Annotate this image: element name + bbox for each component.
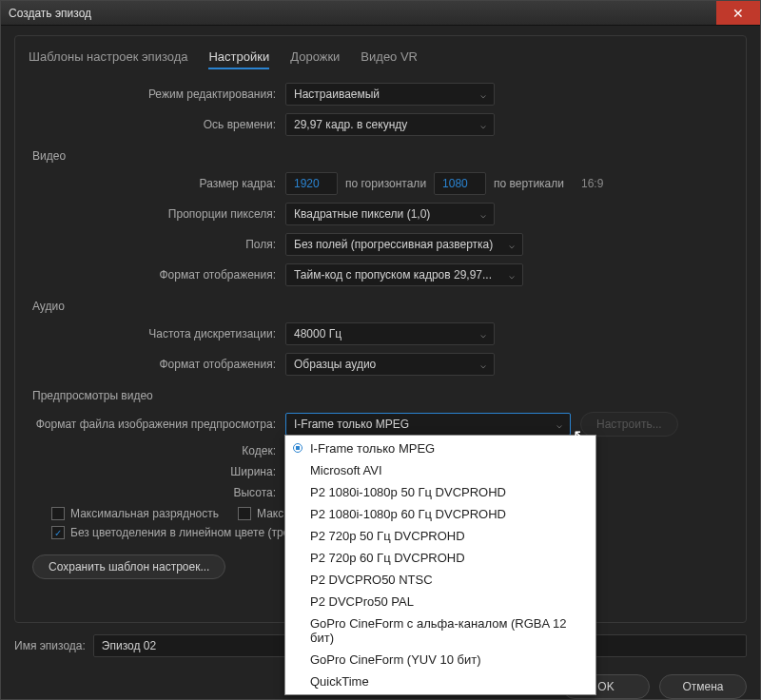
checkbox-max-bit-depth[interactable]: Максимальная разрядность bbox=[51, 507, 219, 520]
row-sample-rate: Частота дискретизации: 48000 Гц ⌵ bbox=[29, 322, 732, 345]
chevron-down-icon: ⌵ bbox=[480, 209, 486, 220]
label-display-format-a: Формат отображения: bbox=[29, 358, 285, 371]
select-display-format-a-value: Образцы аудио bbox=[294, 358, 376, 371]
input-frame-width[interactable] bbox=[285, 172, 338, 195]
tab-templates[interactable]: Шаблоны настроек эпизода bbox=[29, 49, 187, 69]
row-timebase: Ось времени: 29,97 кадр. в секунду ⌵ bbox=[29, 113, 732, 136]
row-fields: Поля: Без полей (прогрессивная развертка… bbox=[29, 233, 732, 256]
chevron-down-icon: ⌵ bbox=[480, 89, 486, 100]
row-edit-mode: Режим редактирования: Настраиваемый ⌵ bbox=[29, 83, 732, 106]
titlebar-buttons: ✕ bbox=[716, 1, 760, 25]
titlebar: Создать эпизод ✕ bbox=[1, 1, 760, 26]
tab-settings[interactable]: Настройки bbox=[208, 49, 269, 69]
checkbox-linear-color[interactable]: Без цветоделения в линейном цвете (требу bbox=[51, 526, 302, 539]
aspect-ratio: 16:9 bbox=[581, 177, 603, 190]
save-template-button[interactable]: Сохранить шаблон настроек... bbox=[32, 554, 225, 579]
checkbox-icon bbox=[238, 507, 251, 520]
select-timebase[interactable]: 29,97 кадр. в секунду ⌵ bbox=[285, 113, 495, 136]
select-pixel-aspect-value: Квадратные пиксели (1,0) bbox=[294, 207, 430, 221]
dropdown-item[interactable]: I-Frame только MPEG bbox=[285, 438, 595, 459]
tab-bar: Шаблоны настроек эпизода Настройки Дорож… bbox=[29, 49, 732, 69]
select-fields[interactable]: Без полей (прогрессивная развертка) ⌵ bbox=[285, 233, 523, 256]
dropdown-item[interactable]: P2 720p 50 Гц DVCPROHD bbox=[285, 525, 595, 547]
chevron-down-icon: ⌵ bbox=[556, 419, 562, 430]
label-episode-name: Имя эпизода: bbox=[14, 639, 86, 652]
label-fields: Поля: bbox=[29, 238, 285, 251]
label-horizontal: по горизонтали bbox=[345, 177, 426, 190]
close-button[interactable]: ✕ bbox=[716, 1, 760, 25]
chevron-down-icon: ⌵ bbox=[480, 120, 486, 130]
dropdown-item[interactable]: GoPro CineForm (YUV 10 бит) bbox=[285, 649, 595, 671]
cancel-button[interactable]: Отмена bbox=[659, 674, 747, 699]
select-timebase-value: 29,97 кадр. в секунду bbox=[294, 118, 407, 131]
label-sample-rate: Частота дискретизации: bbox=[29, 327, 285, 340]
label-width: Ширина: bbox=[29, 465, 285, 478]
dropdown-item[interactable]: P2 1080i-1080p 60 Гц DVCPROHD bbox=[285, 503, 595, 525]
dropdown-item[interactable]: QuickTime bbox=[285, 671, 595, 692]
checkbox-max-bit-depth-label: Максимальная разрядность bbox=[70, 507, 219, 520]
dialog-window: Создать эпизод ✕ Шаблоны настроек эпизод… bbox=[0, 0, 761, 700]
section-video-previews: Предпросмотры видео bbox=[32, 389, 732, 402]
select-preview-file-format[interactable]: I-Frame только MPEG ⌵ bbox=[285, 413, 571, 436]
label-pixel-aspect: Пропорции пикселя: bbox=[29, 207, 285, 221]
label-frame-size: Размер кадра: bbox=[29, 177, 285, 190]
select-display-format-v-value: Тайм-код с пропуском кадров 29,97... bbox=[294, 268, 492, 282]
label-timebase: Ось времени: bbox=[29, 118, 285, 131]
input-frame-height[interactable] bbox=[434, 172, 486, 195]
section-video: Видео bbox=[32, 149, 732, 163]
label-height: Высота: bbox=[29, 486, 285, 499]
label-vertical: по вертикали bbox=[494, 177, 564, 190]
checkbox-checked-icon bbox=[51, 526, 65, 539]
select-edit-mode[interactable]: Настраиваемый ⌵ bbox=[285, 83, 495, 106]
close-icon: ✕ bbox=[732, 6, 744, 21]
chevron-down-icon: ⌵ bbox=[480, 360, 486, 370]
dropdown-item[interactable]: Microsoft AVI bbox=[285, 459, 595, 481]
row-pixel-aspect: Пропорции пикселя: Квадратные пиксели (1… bbox=[29, 203, 732, 225]
select-edit-mode-value: Настраиваемый bbox=[294, 88, 380, 101]
row-display-format-video: Формат отображения: Тайм-код с пропуском… bbox=[29, 263, 732, 286]
section-audio: Аудио bbox=[32, 300, 732, 313]
label-display-format-v: Формат отображения: bbox=[29, 268, 285, 282]
select-display-format-v[interactable]: Тайм-код с пропуском кадров 29,97... ⌵ bbox=[285, 263, 523, 286]
select-pixel-aspect[interactable]: Квадратные пиксели (1,0) ⌵ bbox=[285, 203, 495, 225]
tab-vr[interactable]: Видео VR bbox=[361, 49, 418, 69]
label-edit-mode: Режим редактирования: bbox=[29, 88, 285, 101]
dialog-body: Шаблоны настроек эпизода Настройки Дорож… bbox=[1, 26, 760, 699]
window-title: Создать эпизод bbox=[9, 7, 91, 20]
row-preview-file-format: Формат файла изображения предпросмотра: … bbox=[29, 412, 732, 437]
dropdown-item[interactable]: P2 1080i-1080p 50 Гц DVCPROHD bbox=[285, 481, 595, 503]
configure-button: Настроить... bbox=[580, 412, 678, 437]
row-display-format-audio: Формат отображения: Образцы аудио ⌵ bbox=[29, 353, 732, 376]
tab-tracks[interactable]: Дорожки bbox=[290, 49, 340, 69]
preview-format-dropdown: I-Frame только MPEG Microsoft AVI P2 108… bbox=[284, 435, 596, 695]
select-sample-rate[interactable]: 48000 Гц ⌵ bbox=[285, 322, 495, 345]
dropdown-item[interactable]: P2 720p 60 Гц DVCPROHD bbox=[285, 547, 595, 569]
select-sample-rate-value: 48000 Гц bbox=[294, 327, 341, 340]
label-codec: Кодек: bbox=[29, 444, 285, 457]
chevron-down-icon: ⌵ bbox=[480, 329, 486, 340]
dropdown-item[interactable]: P2 DVCPro50 PAL bbox=[285, 591, 595, 612]
select-fields-value: Без полей (прогрессивная развертка) bbox=[294, 238, 493, 251]
checkbox-linear-color-label: Без цветоделения в линейном цвете (требу bbox=[70, 526, 302, 539]
row-frame-size: Размер кадра: по горизонтали по вертикал… bbox=[29, 172, 732, 195]
label-preview-file-format: Формат файла изображения предпросмотра: bbox=[29, 418, 285, 431]
dropdown-item[interactable]: GoPro CineForm с альфа-каналом (RGBA 12 … bbox=[285, 612, 595, 649]
select-display-format-a[interactable]: Образцы аудио ⌵ bbox=[285, 353, 495, 376]
select-preview-file-format-value: I-Frame только MPEG bbox=[294, 418, 409, 431]
chevron-down-icon: ⌵ bbox=[509, 270, 515, 281]
chevron-down-icon: ⌵ bbox=[509, 240, 515, 250]
checkbox-icon bbox=[51, 507, 65, 520]
dropdown-item[interactable]: P2 DVCPRO50 NTSC bbox=[285, 569, 595, 591]
